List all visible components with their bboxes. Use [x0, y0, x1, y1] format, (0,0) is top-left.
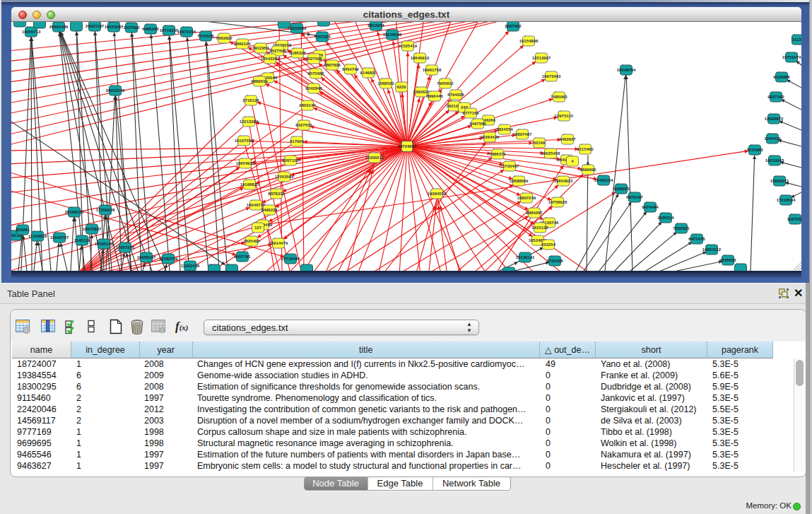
svg-text:9498222: 9498222	[261, 208, 278, 212]
svg-text:14055713: 14055713	[22, 30, 41, 34]
svg-text:1588520: 1588520	[377, 81, 394, 86]
svg-text:855061: 855061	[16, 228, 30, 232]
svg-text:8186328: 8186328	[289, 51, 306, 55]
svg-text:62160: 62160	[534, 141, 546, 145]
svg-text:26931197: 26931197	[86, 24, 105, 28]
svg-text:10719155: 10719155	[160, 28, 179, 33]
svg-text:10653287: 10653287	[105, 25, 124, 29]
svg-text:9227342: 9227342	[767, 95, 784, 99]
svg-text:9457791: 9457791	[234, 255, 251, 259]
svg-text:9575685: 9575685	[307, 71, 324, 76]
svg-text:12353594: 12353594	[275, 175, 294, 179]
svg-text:15716485: 15716485	[281, 257, 300, 261]
svg-text:16107553: 16107553	[235, 139, 254, 143]
svg-text:9129966: 9129966	[773, 75, 790, 79]
svg-text:19756928: 19756928	[548, 200, 567, 204]
svg-text:10025458: 10025458	[541, 151, 560, 156]
svg-text:9474444: 9474444	[642, 205, 659, 209]
svg-text:6466160: 6466160	[142, 27, 159, 31]
svg-text:20364436: 20364436	[481, 135, 500, 139]
svg-text:8912954: 8912954	[252, 46, 269, 50]
svg-text:18640910: 18640910	[411, 56, 430, 60]
svg-text:7632621: 7632621	[673, 226, 690, 230]
svg-text:8471676: 8471676	[688, 237, 705, 241]
svg-text:6879197: 6879197	[626, 195, 643, 199]
svg-text:19654923: 19654923	[554, 179, 573, 183]
svg-text:10654112: 10654112	[702, 247, 722, 252]
svg-text:9115460: 9115460	[577, 147, 594, 151]
svg-text:15300215: 15300215	[365, 156, 384, 160]
svg-text:16961758: 16961758	[423, 68, 442, 72]
svg-text:16033809: 16033809	[288, 26, 307, 30]
svg-text:3824554: 3824554	[496, 127, 513, 132]
svg-text:17016504: 17016504	[777, 198, 796, 202]
svg-text:1527602: 1527602	[123, 25, 140, 30]
svg-text:16409154: 16409154	[594, 178, 613, 182]
svg-text:127: 127	[254, 226, 262, 230]
svg-text:20206535: 20206535	[65, 210, 84, 214]
svg-text:20691406: 20691406	[49, 25, 69, 29]
svg-text:10046736: 10046736	[247, 203, 266, 207]
svg-text:6497568: 6497568	[469, 122, 486, 126]
svg-text:8427552: 8427552	[295, 123, 312, 127]
svg-text:2803144: 2803144	[299, 103, 316, 107]
svg-text:3215983: 3215983	[746, 148, 763, 152]
svg-text:15751074: 15751074	[782, 55, 801, 59]
svg-text:2867608: 2867608	[324, 63, 341, 67]
svg-text:5938923: 5938923	[613, 187, 630, 191]
svg-text:1244419: 1244419	[764, 136, 781, 141]
svg-text:9884067: 9884067	[526, 211, 543, 215]
svg-text:10958107: 10958107	[137, 255, 156, 259]
svg-text:11923448: 11923448	[181, 264, 200, 268]
svg-text:7485063: 7485063	[551, 95, 567, 99]
svg-text:16543362: 16543362	[261, 57, 280, 61]
svg-text:9660124: 9660124	[234, 42, 251, 46]
svg-text:10973493: 10973493	[542, 74, 561, 78]
svg-text:8813054: 8813054	[367, 23, 384, 28]
svg-text:11156829: 11156829	[28, 234, 47, 238]
svg-text:9527508: 9527508	[305, 57, 322, 61]
svg-text:12213967: 12213967	[532, 56, 551, 60]
svg-text:8220: 8220	[396, 85, 406, 89]
svg-text:12942757: 12942757	[50, 235, 69, 240]
svg-text:8454749: 8454749	[342, 67, 359, 71]
svg-text:17957255: 17957255	[116, 245, 135, 250]
svg-text:19975887: 19975887	[83, 227, 102, 231]
svg-text:2935114: 2935114	[657, 216, 674, 220]
svg-text:7515526: 7515526	[197, 34, 214, 38]
svg-text:16154808: 16154808	[519, 39, 539, 43]
svg-text:16914479: 16914479	[269, 241, 288, 245]
svg-text:7663822: 7663822	[216, 36, 233, 40]
svg-text:9146821: 9146821	[360, 71, 377, 75]
svg-text:1167533: 1167533	[787, 217, 801, 221]
svg-text:19384554: 19384554	[428, 192, 447, 196]
svg-text:8267150: 8267150	[282, 158, 299, 163]
svg-text:18807249: 18807249	[517, 196, 536, 200]
svg-text:12213369: 12213369	[240, 119, 259, 124]
svg-text:1615132: 1615132	[531, 226, 548, 230]
svg-text:15720407: 15720407	[500, 164, 519, 168]
svg-text:19166825: 19166825	[240, 182, 259, 187]
svg-text:15692971: 15692971	[770, 179, 789, 183]
svg-text:417006: 417006	[290, 139, 305, 144]
svg-text:2718126: 2718126	[242, 98, 259, 103]
svg-text:19654925: 19654925	[236, 161, 255, 165]
svg-text:11134: 11134	[792, 37, 801, 42]
svg-text:12093872: 12093872	[765, 117, 784, 121]
svg-text:7886372: 7886372	[489, 152, 506, 156]
svg-text:1145119: 1145119	[74, 238, 90, 243]
svg-text:16648784: 16648784	[617, 68, 636, 72]
svg-text:9245652: 9245652	[719, 258, 736, 262]
svg-text:9527506: 9527506	[269, 49, 286, 53]
svg-text:26053346: 26053346	[106, 88, 125, 93]
svg-text:16782759: 16782759	[159, 257, 178, 261]
svg-text:6794028: 6794028	[447, 93, 464, 97]
svg-text:8990448: 8990448	[426, 94, 443, 98]
svg-text:7625402: 7625402	[243, 239, 260, 243]
svg-text:9889619: 9889619	[251, 79, 268, 83]
svg-text:2087682: 2087682	[505, 24, 522, 28]
svg-text:11525419: 11525419	[399, 44, 418, 48]
svg-text:12505135: 12505135	[95, 242, 114, 246]
svg-text:9777169: 9777169	[462, 111, 479, 115]
svg-text:10688609: 10688609	[510, 179, 529, 183]
